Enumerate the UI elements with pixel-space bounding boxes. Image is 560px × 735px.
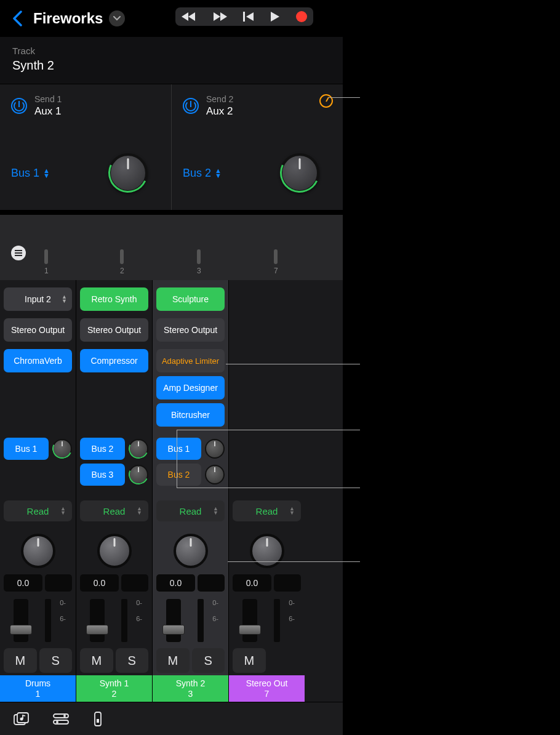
gauge-icon[interactable] (319, 94, 333, 108)
channel-name[interactable]: Synth 23 (153, 675, 228, 702)
pan-knob[interactable] (21, 534, 55, 568)
output-slot[interactable]: Stereo Output (4, 318, 72, 342)
forward-button[interactable] (212, 12, 227, 22)
back-button[interactable] (12, 10, 22, 26)
fader-area: 0-6- (233, 595, 301, 648)
send-knob[interactable] (129, 439, 148, 459)
record-button[interactable] (296, 11, 307, 22)
fader-cap[interactable] (10, 625, 32, 635)
send-label: Send 2 (206, 94, 233, 104)
channel-send: Bus 2 (80, 438, 148, 460)
send-knob[interactable] (52, 439, 72, 459)
track-header: Track Synth 2 (0, 37, 343, 84)
title-menu-button[interactable] (109, 10, 125, 26)
automation-mode[interactable]: Read▲▼ (156, 500, 225, 521)
fader-cap[interactable] (162, 625, 185, 635)
send-2: Send 2 Aux 2 Bus 2 ▲▼ (171, 84, 343, 210)
channel-name[interactable]: Stereo Out7 (229, 675, 305, 702)
list-icon[interactable] (11, 246, 26, 260)
fader-cap[interactable] (239, 625, 261, 635)
send-label: Send 1 (34, 94, 62, 104)
db-value: 0.0 (80, 574, 119, 592)
bus-selector[interactable]: Bus 1 ▲▼ (11, 167, 50, 180)
overview-marker[interactable]: 1 (44, 249, 49, 275)
fx-slot[interactable]: Compressor (80, 349, 148, 372)
fader-cap[interactable] (86, 625, 108, 635)
svg-rect-0 (243, 12, 245, 22)
mixer-icon[interactable] (92, 712, 103, 726)
chevron-updown-icon: ▲▼ (62, 295, 67, 303)
fx-slot[interactable]: ChromaVerb (4, 349, 72, 372)
level-meter (274, 599, 280, 642)
send-bus-button-bypassed[interactable]: Bus 2 (156, 464, 201, 486)
app-window: Fireworks Track Synth 2 Send 1 Aux 1 (0, 0, 343, 735)
library-icon[interactable] (14, 712, 30, 726)
annotation-area (343, 0, 560, 735)
mute-button[interactable]: M (233, 648, 266, 673)
bus-label: Bus 2 (183, 167, 211, 180)
fader-scale: 0-6- (60, 598, 66, 624)
svg-point-7 (56, 721, 58, 723)
send-knob[interactable] (129, 465, 148, 484)
play-button[interactable] (270, 11, 280, 22)
automation-mode[interactable]: Read▲▼ (4, 500, 72, 521)
automation-mode[interactable]: Read▲▼ (80, 500, 148, 521)
chevron-updown-icon: ▲▼ (43, 168, 50, 178)
send-bus-button[interactable]: Bus 2 (80, 438, 125, 460)
solo-button[interactable]: S (116, 648, 149, 673)
automation-mode[interactable]: Read▲▼ (233, 500, 301, 521)
send-level-knob[interactable] (280, 153, 319, 193)
fx-slot[interactable]: Amp Designer (156, 376, 225, 400)
track-label: Track (12, 46, 330, 56)
mute-button[interactable]: M (156, 648, 190, 673)
svg-point-5 (63, 715, 66, 717)
track-name: Synth 2 (12, 58, 330, 73)
sends-panel: Send 1 Aux 1 Bus 1 ▲▼ Send 2 Aux 2 (0, 84, 343, 215)
solo-button[interactable]: S (39, 648, 73, 673)
send-aux: Aux 1 (34, 105, 62, 118)
send-level-knob[interactable] (108, 153, 148, 193)
callout-line (228, 561, 360, 562)
channel-name[interactable]: Synth 12 (76, 675, 152, 702)
peak-meter (274, 574, 301, 592)
send-bus-button[interactable]: Bus 1 (4, 438, 49, 460)
chevron-updown-icon: ▲▼ (60, 507, 66, 515)
mute-button[interactable]: M (80, 648, 113, 673)
send-knob[interactable] (205, 465, 225, 484)
rewind-button[interactable] (182, 12, 196, 22)
send-aux: Aux 2 (206, 105, 233, 118)
fader-scale: 0-6- (136, 598, 142, 624)
pan-knob[interactable] (174, 534, 208, 568)
level-meter (45, 599, 51, 642)
channel-name[interactable]: Drums1 (0, 675, 76, 702)
fader-area: 0-6- (156, 595, 225, 648)
send-bus-button[interactable]: Bus 3 (80, 464, 125, 486)
send-bus-button[interactable]: Bus 1 (156, 438, 201, 460)
bus-selector[interactable]: Bus 2 ▲▼ (183, 167, 222, 180)
solo-button[interactable]: S (192, 648, 225, 673)
overview-marker[interactable]: 7 (274, 249, 278, 275)
fader-area: 0-6- (4, 595, 72, 648)
send-knob[interactable] (205, 439, 225, 459)
callout-line (226, 364, 360, 364)
instrument-slot[interactable]: Sculpture (156, 287, 225, 311)
pan-knob[interactable] (250, 534, 284, 568)
transport-controls (175, 7, 313, 26)
send-power-icon[interactable] (11, 98, 27, 114)
overview-marker[interactable]: 2 (120, 249, 124, 275)
fx-slot-bypassed[interactable]: Adaptive Limiter (156, 349, 225, 372)
mute-button[interactable]: M (4, 648, 37, 673)
fx-slot[interactable]: Bitcrusher (156, 403, 225, 427)
chevron-updown-icon: ▲▼ (215, 168, 222, 178)
controls-icon[interactable] (53, 713, 69, 725)
go-to-start-button[interactable] (243, 12, 254, 22)
input-slot[interactable]: Input 2▲▼ (4, 287, 72, 311)
fader-track (90, 599, 105, 642)
overview-marker[interactable]: 3 (197, 249, 201, 275)
fader-area: 0-6- (80, 595, 148, 648)
output-slot[interactable]: Stereo Output (156, 318, 225, 342)
pan-knob[interactable] (97, 534, 132, 568)
output-slot[interactable]: Stereo Output (80, 318, 148, 342)
send-power-icon[interactable] (183, 98, 199, 114)
instrument-slot[interactable]: Retro Synth (80, 287, 148, 311)
